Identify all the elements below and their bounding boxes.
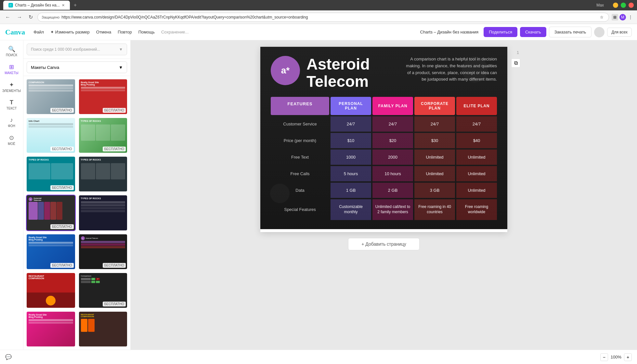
settings-icon[interactable]: ⋮ [627, 14, 634, 20]
secure-label: Защищено [42, 15, 59, 19]
maximize-button[interactable] [621, 3, 626, 8]
tool-text[interactable]: T ТЕКСТ [2, 97, 21, 113]
comment-button[interactable]: 💬 [5, 354, 12, 360]
canvas-area: a* AsteroidTelecom A comparison chart is… [131, 40, 637, 350]
download-button[interactable]: Скачать [520, 27, 546, 37]
panel-search-area: Поиск среди 1 000 000 изображений... ▼ [23, 40, 130, 59]
address-bar[interactable]: Защищено https://www.canva.com/design/DA… [37, 13, 609, 22]
template-badge-2: БЕСПЛАТНО [103, 108, 126, 113]
background-icon: ♪ [10, 117, 13, 124]
template-card-14[interactable]: RESTAURANTCOMPARISON [78, 311, 128, 347]
tool-elements[interactable]: ✦ ЭЛЕМЕНТЫ [2, 79, 21, 95]
copy-page-button[interactable]: ⧉ [511, 58, 520, 68]
menu-help[interactable]: Помощь [135, 24, 158, 40]
back-button[interactable]: ← [3, 13, 12, 21]
template-badge-5: БЕСПЛАТНО [50, 185, 73, 190]
close-button[interactable] [629, 3, 634, 8]
cell-personal-5: Customizable monthly [331, 199, 371, 220]
tool-elements-label: ЭЛЕМЕНТЫ [2, 89, 21, 93]
star-icon[interactable]: ☆ [598, 14, 605, 20]
cell-corporate-5: Free roaming in 40 countries [414, 199, 455, 220]
search-dropdown-icon: ▼ [119, 47, 123, 52]
tool-search[interactable]: 🔍 ПОИСК [2, 43, 21, 59]
cell-elite-1: $40 [456, 133, 497, 148]
cell-personal-0: 24/7 [331, 116, 371, 132]
template-card-8[interactable]: TYPES OF ROCKS [78, 195, 128, 231]
template-card-4[interactable]: TYPES OF ROCKS БЕСПЛАТНО [78, 117, 128, 153]
cell-corporate-3: Unlimited [414, 166, 455, 181]
browser-tab[interactable]: C Charts – Дизайн без на... ✕ [3, 1, 70, 10]
template-card-11[interactable]: RESTAURANTCOMPARISON [26, 272, 76, 308]
zoom-level: 100% [611, 355, 621, 359]
template-badge-10: БЕСПЛАТНО [103, 263, 126, 268]
cell-elite-3: Unlimited [456, 166, 497, 181]
cell-elite-0: 24/7 [456, 116, 497, 132]
tool-search-label: ПОИСК [6, 53, 17, 57]
template-card-10[interactable]: a Asteroid Telecom БЕСПЛАТНО [78, 234, 128, 270]
feature-label-4: Data [271, 183, 329, 198]
dropdown-arrow-icon: ▼ [119, 65, 123, 70]
cell-corporate-0: 24/7 [414, 116, 455, 132]
tool-background[interactable]: ♪ ФОН [2, 114, 21, 130]
template-card-13[interactable]: Really Great SiteBlog Posting [26, 311, 76, 347]
chart-background: a* AsteroidTelecom A comparison chart is… [260, 47, 507, 229]
logo-text: a* [281, 65, 290, 76]
canva-templates-dropdown[interactable]: Макеты Canva ▼ [27, 61, 127, 73]
design-title: Charts – Дизайн без названия [420, 30, 479, 34]
template-card-12[interactable]: Comparison ✓ ✗ [78, 272, 128, 308]
row-special: Special Features Customizable monthly Un… [271, 199, 497, 220]
template-badge-7: БЕСПЛАТНО [50, 224, 73, 229]
new-tab-button[interactable]: + [74, 2, 77, 8]
cell-personal-3: 5 hours [331, 166, 371, 181]
refresh-button[interactable]: ↻ [27, 13, 35, 21]
template-card-2[interactable]: Really Great SiteBlog Posting БЕСПЛАТНО [78, 79, 128, 115]
header-elite: ELITE PLAN [456, 97, 497, 115]
template-card-9[interactable]: Really Great SiteBlog Posting БЕСПЛАТНО [26, 234, 76, 270]
cell-personal-1: $10 [331, 133, 371, 148]
cell-personal-2: 1000 [331, 150, 371, 165]
template-card-3[interactable]: Info Chart БЕСПЛАТНО [26, 117, 76, 153]
row-price: Price (per month) $10 $20 $30 $40 [271, 133, 497, 148]
forward-button[interactable]: → [15, 13, 24, 21]
for-all-button[interactable]: Для всех [607, 28, 632, 37]
cell-corporate-2: Unlimited [414, 150, 455, 165]
design-canvas[interactable]: a* AsteroidTelecom A comparison chart is… [260, 47, 507, 232]
elements-icon: ✦ [9, 81, 14, 88]
profile-icon[interactable]: M [619, 14, 626, 20]
extensions-icon[interactable]: ⊞ [612, 14, 618, 20]
panel-dropdown: Макеты Canva ▼ [23, 59, 130, 76]
tab-favicon: C [8, 3, 13, 7]
template-search-box[interactable]: Поиск среди 1 000 000 изображений... ▼ [27, 44, 127, 55]
tool-layouts[interactable]: ⊞ МАКЕТЫ [2, 61, 21, 77]
menu-resize[interactable]: ✦ Изменить размер [47, 24, 93, 40]
template-card-5[interactable]: TYPES OF ROCKS БЕСПЛАТНО [26, 156, 76, 192]
feature-label-2: Free Text [271, 150, 329, 165]
template-card-1[interactable]: COMPARISON БЕСПЛАТНО [26, 79, 76, 115]
zoom-in-button[interactable]: + [624, 353, 632, 361]
tab-title: Charts – Дизайн без на... [15, 3, 60, 7]
tool-layouts-label: МАКЕТЫ [5, 71, 18, 75]
share-button[interactable]: Поделиться [484, 27, 517, 37]
minimize-button[interactable] [613, 3, 618, 8]
template-badge-9: БЕСПЛАТНО [50, 263, 73, 268]
zoom-out-button[interactable]: − [600, 353, 608, 361]
tool-mine[interactable]: ⊙ МОЁ [2, 132, 21, 148]
brand-name: AsteroidTelecom [306, 56, 370, 90]
template-card-7[interactable]: a AsteroidTelecom БЕСПЛАТНО [26, 195, 76, 231]
bottom-bar: 💬 − 100% + [0, 350, 637, 364]
menu-redo[interactable]: Повтор [114, 24, 135, 40]
menu-undo[interactable]: Отмена [93, 24, 115, 40]
template-card-6[interactable]: TYPES OF ROCKS [78, 156, 128, 192]
templates-grid: COMPARISON БЕСПЛАТНО Really Great SiteBl… [23, 76, 130, 350]
cell-elite-4: Unlimited [456, 183, 497, 198]
header-corporate: CORPORATE PLAN [414, 97, 455, 115]
tool-mine-label: МОЁ [8, 142, 15, 146]
brand-logo: a* [271, 56, 300, 85]
menu-file[interactable]: Файл [30, 24, 47, 40]
print-button[interactable]: Заказать печать [549, 27, 592, 37]
tab-close-icon[interactable]: ✕ [62, 3, 65, 7]
add-page-button[interactable]: + Добавить страницу [348, 238, 419, 250]
cell-elite-5: Free roaming worldwide [456, 199, 497, 220]
row-free-text: Free Text 1000 2000 Unlimited Unlimited [271, 150, 497, 165]
template-badge-1: БЕСПЛАТНО [50, 108, 73, 113]
